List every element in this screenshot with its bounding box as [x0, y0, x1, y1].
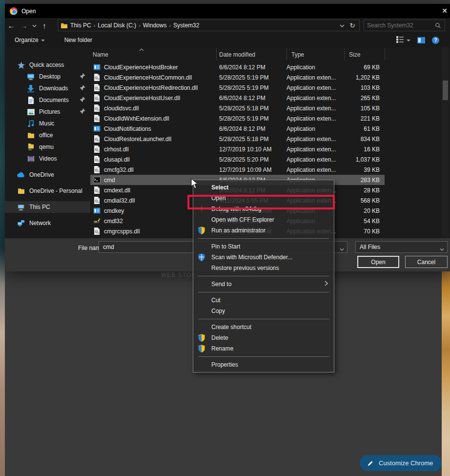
file-row[interactable]: cmcfg32.dll 12/7/2019 10:09 AM Applicati… — [90, 165, 385, 175]
app-icon — [93, 207, 101, 215]
sidebar-item-this-pc[interactable]: This PC — [5, 201, 90, 213]
header-divider[interactable] — [286, 48, 287, 60]
open-button[interactable]: Open — [357, 256, 399, 268]
context-menu-item-cut[interactable]: Cut — [193, 295, 334, 306]
sidebar-item-qemu[interactable]: qemu — [5, 141, 90, 153]
sidebar-item-office[interactable]: office — [5, 129, 90, 141]
organize-button[interactable]: Organize — [5, 37, 45, 43]
context-menu-item-send-to[interactable]: Send to — [193, 279, 334, 290]
file-name-value: cmd — [103, 244, 114, 250]
context-menu-separator — [198, 238, 329, 239]
context-menu-item-label: Properties — [211, 361, 238, 368]
sidebar-item-network[interactable]: Network — [5, 217, 90, 229]
file-size: 61 KB — [344, 125, 385, 132]
help-icon[interactable]: ? — [432, 37, 439, 44]
context-menu-item-label: Create shortcut — [211, 324, 251, 331]
app-icon — [93, 125, 101, 133]
file-type-select[interactable]: All Files — [355, 241, 448, 253]
change-view-button[interactable] — [396, 36, 410, 44]
sidebar-item-label: Pictures — [39, 108, 60, 115]
file-size: 221 KB — [344, 115, 385, 122]
column-header-date[interactable]: Date modified — [219, 51, 255, 58]
search-icon — [434, 21, 442, 29]
network-icon — [17, 219, 25, 227]
breadcrumb-item[interactable]: System32 — [171, 22, 202, 29]
column-header-type[interactable]: Type — [291, 51, 304, 58]
forward-button[interactable]: → — [18, 21, 30, 30]
desktop-icon — [27, 73, 35, 81]
address-dropdown-chevron-icon[interactable] — [340, 22, 345, 29]
file-row[interactable]: CloudExperienceHostCommon.dll 5/28/2025 … — [90, 72, 385, 83]
file-name: cmdext.dll — [104, 187, 130, 194]
file-date-modified: 6/6/2024 8:12 PM — [216, 125, 286, 132]
sidebar-item-label: Downloads — [39, 85, 68, 92]
file-type: Application exten... — [286, 105, 344, 112]
context-menu-separator — [198, 292, 329, 292]
history-chevron-icon[interactable] — [30, 22, 38, 29]
header-divider[interactable] — [344, 48, 345, 60]
file-row[interactable]: CloudExperienceHostRedirection.dll 5/28/… — [90, 83, 385, 93]
address-bar[interactable]: This PC›Local Disk (C:)›Windows›System32… — [58, 20, 360, 31]
file-row[interactable]: CloudExperienceHostBroker 6/6/2024 8:12 … — [90, 62, 385, 72]
refresh-icon[interactable]: ↻ — [349, 21, 355, 29]
column-header-name[interactable]: Name — [93, 51, 108, 58]
downloads-icon — [27, 84, 35, 92]
sidebar-item-downloads[interactable]: Downloads — [5, 83, 90, 94]
context-menu-item-create-shortcut[interactable]: Create shortcut — [193, 322, 334, 332]
context-menu-item-pin-to-start[interactable]: Pin to Start — [193, 241, 334, 252]
context-menu-item-restore-previous-versions[interactable]: Restore previous versions — [193, 263, 334, 273]
sidebar-item-pictures[interactable]: Pictures — [5, 106, 90, 118]
column-header-size[interactable]: Size — [349, 51, 360, 58]
file-row[interactable]: cloudidsvc.dll 5/28/2025 5:18 PM Applica… — [90, 103, 385, 113]
modem-icon — [93, 217, 101, 225]
dll-icon — [93, 186, 101, 194]
breadcrumb-item[interactable]: Local Disk (C:) — [95, 22, 139, 29]
context-menu-item-copy[interactable]: Copy — [193, 306, 334, 316]
breadcrumb-item[interactable]: Windows — [141, 22, 169, 29]
file-size: 16 KB — [344, 146, 385, 153]
context-menu-item-select[interactable]: Select — [193, 182, 334, 193]
file-row[interactable]: CloudNotifications 6/6/2024 8:12 PM Appl… — [90, 124, 385, 134]
uac-shield-icon — [198, 227, 206, 234]
new-folder-button[interactable]: New folder — [45, 37, 92, 43]
context-menu-item-run-as-administrator[interactable]: Run as administrator — [193, 225, 334, 236]
header-divider[interactable] — [216, 48, 217, 60]
file-name: CloudNotifications — [104, 125, 151, 132]
file-row[interactable]: clusapi.dll 5/28/2025 5:20 PM Applicatio… — [90, 154, 385, 165]
cmd-icon — [93, 176, 101, 184]
sidebar-item-label: Quick access — [29, 62, 64, 68]
sidebar-item-desktop[interactable]: Desktop — [5, 71, 90, 83]
breadcrumb-item[interactable]: This PC — [68, 22, 94, 29]
scrollbar-thumb[interactable] — [443, 81, 448, 100]
sidebar-item-music[interactable]: Music — [5, 118, 90, 129]
sidebar-item-videos[interactable]: Videos — [5, 153, 90, 165]
header-divider[interactable] — [385, 48, 385, 60]
up-button[interactable]: ↑ — [38, 21, 51, 30]
sidebar-item-documents[interactable]: Documents — [5, 94, 90, 106]
customize-chrome-button[interactable]: Customize Chrome — [360, 455, 442, 471]
context-menu-item-rename[interactable]: Rename — [193, 343, 334, 354]
close-icon[interactable]: ✕ — [440, 7, 449, 15]
cancel-button[interactable]: Cancel — [405, 256, 448, 268]
file-row[interactable]: clrhost.dll 12/7/2019 10:10 AM Applicati… — [90, 144, 385, 154]
preview-pane-icon[interactable] — [417, 37, 425, 43]
file-row[interactable]: CloudIdWxhExtension.dll 5/28/2025 5:19 P… — [90, 113, 385, 124]
search-box[interactable] — [364, 20, 445, 31]
folder-location-icon — [60, 21, 68, 29]
pin-icon — [80, 85, 85, 92]
file-type-chevron-icon — [440, 246, 444, 252]
context-menu-item-properties[interactable]: Properties — [193, 359, 334, 370]
sidebar-item-quick-access[interactable]: Quick access — [5, 59, 90, 71]
back-button[interactable]: ← — [5, 21, 18, 30]
file-row[interactable]: CloudRestoreLauncher.dll 5/28/2025 5:18 … — [90, 134, 385, 144]
file-row[interactable]: CloudExperienceHostUser.dll 6/6/2024 8:1… — [90, 93, 385, 103]
folder-shared-icon — [27, 143, 35, 151]
file-name-chevron-icon[interactable] — [340, 246, 344, 252]
context-menu-item-open-with-cff-explorer[interactable]: Open with CFF Explorer — [193, 214, 334, 225]
context-menu-item-scan-with-microsoft-defender-[interactable]: Scan with Microsoft Defender... — [193, 252, 334, 263]
search-input[interactable] — [367, 22, 434, 29]
sidebar-item-onedrive-personal[interactable]: OneDrive - Personal — [5, 185, 90, 197]
list-scrollbar[interactable] — [442, 47, 449, 238]
sidebar-item-onedrive[interactable]: OneDrive — [5, 169, 90, 181]
context-menu-item-delete[interactable]: Delete — [193, 332, 334, 343]
